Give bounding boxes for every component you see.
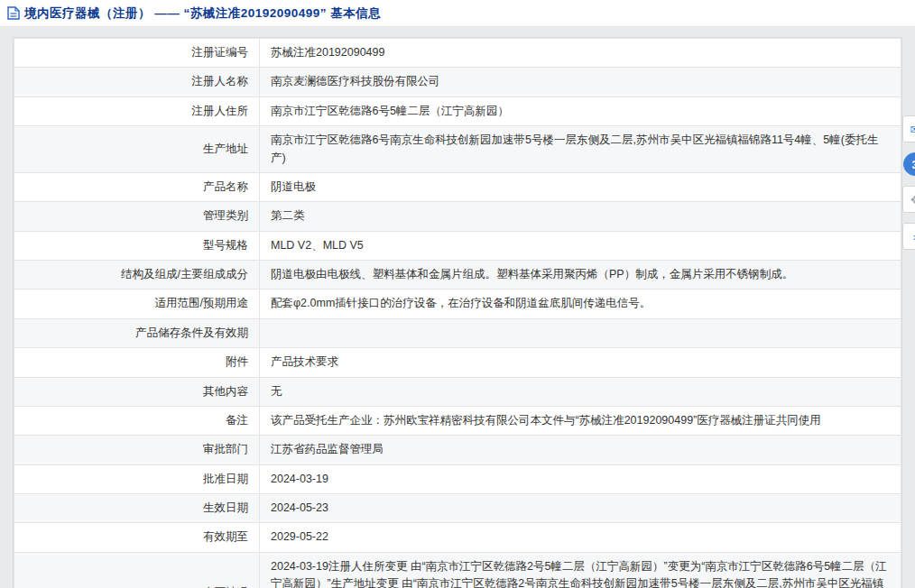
row-label: 批准日期 [14,464,260,493]
table-row: 产品名称 阴道电极 [14,172,901,201]
registration-info-panel: 注册证编号 苏械注准20192090499 注册人名称 南京麦澜德医疗科技股份有… [13,37,902,588]
row-value: 产品技术要求 [260,348,901,377]
table-row: 结构及组成/主要组成成分 阴道电极由电极线、塑料基体和金属片组成。塑料基体采用聚… [14,261,901,289]
row-label: 其他内容 [14,377,260,406]
table-row: 审批部门 江苏省药品监督管理局 [14,436,901,464]
row-value: 该产品受托生产企业：苏州欧宝祥精密科技有限公司本文件与“苏械注准20192090… [260,406,901,435]
row-value: 南京麦澜德医疗科技股份有限公司 [260,68,901,96]
table-row: 型号规格 MLD V2、MLD V5 [14,231,901,260]
row-label: 审批部门 [14,436,260,464]
table-row: 附件 产品技术要求 [14,348,901,377]
table-row: 产品储存条件及有效期 [14,318,901,347]
count-badge[interactable]: 3 [903,152,915,176]
table-row: 注册人住所 南京市江宁区乾德路6号5幢二层（江宁高新园） [14,96,901,125]
row-value [260,318,901,347]
row-label: 产品储存条件及有效期 [14,318,260,347]
table-row: 生产地址 南京市江宁区乾德路6号南京生命科技创新园加速带5号楼一层东侧及二层,苏… [14,126,901,173]
row-label: 结构及组成/主要组成成分 [14,261,260,289]
row-value: 第二类 [260,202,901,231]
row-label: 管理类别 [14,202,260,231]
row-value: 苏械注准20192090499 [260,39,901,68]
row-label: 生效日期 [14,494,260,523]
row-value: 南京市江宁区乾德路6号5幢二层（江宁高新园） [260,96,901,125]
row-value: 配套φ2.0mm插针接口的治疗设备，在治疗设备和阴道盆底肌间传递电信号。 [260,289,901,318]
document-icon [7,6,20,20]
row-value: 阴道电极 [260,172,901,201]
row-value: 2024-03-19注册人住所变更 由“南京市江宁区乾德路2号5幢二层（江宁高新… [260,552,901,588]
table-row: 注册证编号 苏械注准20192090499 [14,39,901,68]
table-row: 备注 该产品受托生产企业：苏州欧宝祥精密科技有限公司本文件与“苏械注准20192… [14,406,901,435]
page-header: 境内医疗器械（注册） —— “苏械注准20192090499” 基本信息 [0,0,915,27]
message-icon[interactable]: ✉ [902,115,915,142]
collapse-arrow-icon[interactable]: › [902,223,915,250]
table-row: 生效日期 2024-05-23 [14,494,901,523]
table-row: 有效期至 2029-05-22 [14,523,901,552]
row-value: 2024-03-19 [260,464,901,493]
row-label: 适用范围/预期用途 [14,289,260,318]
row-label: 注册人名称 [14,68,260,96]
registration-info-table: 注册证编号 苏械注准20192090499 注册人名称 南京麦澜德医疗科技股份有… [14,38,901,588]
row-value: 阴道电极由电极线、塑料基体和金属片组成。塑料基体采用聚丙烯（PP）制成，金属片采… [260,261,901,289]
table-row: 管理类别 第二类 [14,202,901,231]
table-row-change-history: 变更情况 2024-03-19注册人住所变更 由“南京市江宁区乾德路2号5幢二层… [14,552,901,588]
row-value: 无 [260,377,901,406]
table-row: 其他内容 无 [14,377,901,406]
row-label: 附件 [14,348,260,377]
row-label: 注册人住所 [14,96,260,125]
row-value: 江苏省药品监督管理局 [260,436,901,464]
row-value: MLD V2、MLD V5 [260,231,901,260]
row-value: 2029-05-22 [260,523,901,552]
row-label: 变更情况 [14,552,260,588]
row-label: 产品名称 [14,172,260,201]
row-label: 生产地址 [14,126,260,173]
table-row: 适用范围/预期用途 配套φ2.0mm插针接口的治疗设备，在治疗设备和阴道盆底肌间… [14,289,901,318]
page-title: 境内医疗器械（注册） —— “苏械注准20192090499” 基本信息 [24,5,381,22]
qrcode-icon[interactable]: ❖ [902,186,915,213]
table-row: 注册人名称 南京麦澜德医疗科技股份有限公司 [14,68,901,96]
row-label: 型号规格 [14,231,260,260]
row-label: 有效期至 [14,523,260,552]
row-label: 注册证编号 [14,39,260,68]
floating-toolbar: ✉ 3 ❖ › [901,115,915,250]
row-value: 南京市江宁区乾德路6号南京生命科技创新园加速带5号楼一层东侧及二层,苏州市吴中区… [260,126,901,173]
row-value: 2024-05-23 [260,494,901,523]
row-label: 备注 [14,406,260,435]
table-row: 批准日期 2024-03-19 [14,464,901,493]
